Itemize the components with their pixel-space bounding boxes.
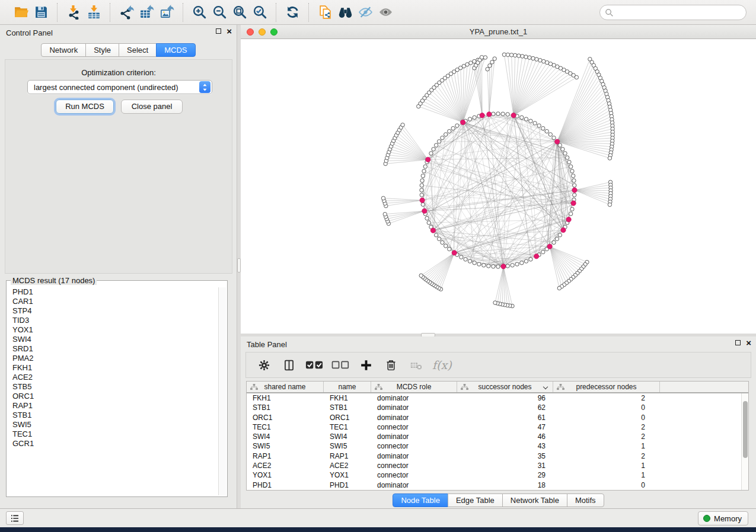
table-row[interactable]: SWI5SWI5connector431 (247, 441, 748, 451)
export-image-button[interactable] (157, 3, 177, 22)
close-table-panel-icon[interactable]: × (746, 339, 751, 346)
column-header-name[interactable]: name (324, 382, 371, 392)
columns-button[interactable] (280, 356, 297, 374)
network-window-titlebar[interactable]: YPA_prune.txt_1 (241, 25, 756, 39)
run-mcds-button[interactable]: Run MCDS (56, 100, 114, 114)
window-maximize-icon[interactable] (270, 28, 277, 36)
list-item[interactable]: TEC1 (8, 430, 218, 439)
cell: 29 (457, 470, 553, 480)
table-scrollbar-thumb[interactable] (743, 401, 748, 458)
memory-status-icon (703, 515, 710, 522)
cell: 0 (553, 403, 660, 412)
cell: ORC1 (247, 413, 324, 422)
list-item[interactable]: SRD1 (8, 344, 218, 354)
application-window: Control Panel × NetworkStyleSelectMCDS O… (0, 0, 756, 527)
table-row[interactable]: FKH1FKH1dominator962 (247, 393, 748, 403)
tab-network-table[interactable]: Network Table (502, 493, 567, 507)
list-item[interactable]: GCR1 (8, 439, 218, 448)
list-item[interactable]: PMA2 (8, 354, 218, 363)
zoom-out-button[interactable] (209, 3, 229, 22)
search-input[interactable] (617, 8, 741, 17)
add-button[interactable] (358, 356, 374, 374)
list-item[interactable]: YOX1 (8, 325, 218, 335)
column-label: shared name (264, 383, 305, 391)
save-button[interactable] (31, 3, 51, 22)
select-all-button[interactable] (305, 356, 323, 374)
list-item[interactable]: ORC1 (8, 392, 218, 401)
mcds-list-scrollbar[interactable] (218, 287, 226, 495)
window-close-icon[interactable] (247, 28, 254, 36)
table-row[interactable]: STB1STB1dominator620 (247, 403, 748, 412)
column-header-shared-name[interactable]: shared name (247, 382, 324, 392)
import-table-button[interactable] (84, 3, 104, 22)
table-row[interactable]: PHD1PHD1dominator180 (247, 480, 748, 490)
tab-node-table[interactable]: Node Table (393, 493, 448, 507)
tab-select[interactable]: Select (119, 43, 157, 57)
refresh-button[interactable] (282, 3, 302, 22)
node-table-body: FKH1FKH1dominator962STB1STB1dominator620… (247, 393, 748, 490)
zoom-selected-button[interactable] (250, 3, 270, 22)
list-item[interactable]: SWI5 (8, 420, 218, 430)
tab-style[interactable]: Style (85, 43, 119, 57)
list-item[interactable]: FKH1 (8, 363, 218, 373)
mcds-result-box: MCDS result (17 nodes) PHD1CAR1STP4TID3Y… (6, 276, 228, 497)
zoom-fit-button[interactable] (229, 3, 250, 22)
tab-motifs[interactable]: Motifs (567, 493, 604, 507)
list-item[interactable]: SWI4 (8, 335, 218, 344)
column-header-successor-nodes[interactable]: successor nodes (457, 382, 553, 392)
table-row[interactable]: TEC1TEC1connector472 (247, 422, 748, 432)
show-all-button[interactable] (375, 3, 395, 22)
list-item[interactable]: STB5 (8, 382, 218, 392)
deselect-all-button[interactable] (331, 356, 349, 374)
close-panel-button[interactable]: Close panel (121, 100, 183, 114)
search-network-button[interactable] (335, 3, 355, 22)
open-icon (14, 5, 28, 20)
search-box[interactable] (599, 5, 747, 20)
column-label: name (338, 383, 356, 391)
zoom-in-button[interactable] (189, 3, 209, 22)
add-icon (360, 359, 372, 371)
mcds-result-list[interactable]: PHD1CAR1STP4TID3YOX1SWI4SRD1PMA2FKH1ACE2… (8, 287, 218, 495)
import-network-button[interactable] (63, 3, 84, 22)
list-item[interactable]: STB1 (8, 411, 218, 420)
table-row[interactable]: ORC1ORC1dominator610 (247, 413, 748, 422)
list-item[interactable]: STP4 (8, 306, 218, 316)
float-table-panel-icon[interactable] (735, 340, 741, 345)
node-table-header: shared namenameMCDS rolesuccessor nodesp… (247, 382, 748, 393)
memory-button[interactable]: Memory (698, 511, 748, 525)
tab-edge-table[interactable]: Edge Table (448, 493, 503, 507)
list-item[interactable]: PHD1 (8, 287, 218, 297)
table-row[interactable]: YOX1YOX1connector291 (247, 470, 748, 480)
table-scrollbar[interactable] (741, 393, 748, 490)
export-table-button[interactable] (136, 3, 157, 22)
network-canvas[interactable] (241, 39, 756, 334)
open-button[interactable] (11, 3, 31, 22)
list-item[interactable]: ACE2 (8, 373, 218, 382)
delete-button[interactable] (382, 356, 399, 374)
close-panel-icon[interactable]: × (227, 28, 232, 34)
list-item[interactable]: RAP1 (8, 401, 218, 411)
window-minimize-icon[interactable] (259, 28, 266, 36)
criterion-dropdown[interactable]: largest connected component (undirected) (27, 80, 212, 94)
table-row[interactable]: SWI4SWI4dominator462 (247, 432, 748, 441)
table-panel-tabs: Node TableEdge TableNetwork TableMotifs (241, 493, 756, 507)
table-row[interactable]: RAP1RAP1dominator352 (247, 451, 748, 461)
table-row[interactable]: ACE2ACE2connector311 (247, 461, 748, 470)
float-panel-icon[interactable] (216, 28, 221, 34)
task-history-button[interactable] (6, 511, 24, 525)
zoom-selected-icon (253, 5, 267, 20)
column-header-MCDS-role[interactable]: MCDS role (371, 382, 457, 392)
tab-mcds[interactable]: MCDS (156, 43, 195, 57)
zoom-out-icon (212, 5, 227, 20)
clone-network-button[interactable] (315, 3, 335, 22)
hide-selected-button[interactable] (355, 3, 375, 22)
export-network-button[interactable] (116, 3, 136, 22)
list-item[interactable]: CAR1 (8, 297, 218, 306)
delete-icon (385, 359, 397, 371)
network-window: YPA_prune.txt_1 (241, 25, 756, 334)
column-header-predecessor-nodes[interactable]: predecessor nodes (553, 382, 660, 392)
cell: 62 (457, 403, 553, 412)
tab-network[interactable]: Network (41, 43, 86, 57)
list-item[interactable]: TID3 (8, 316, 218, 325)
gear-button[interactable] (256, 356, 272, 374)
